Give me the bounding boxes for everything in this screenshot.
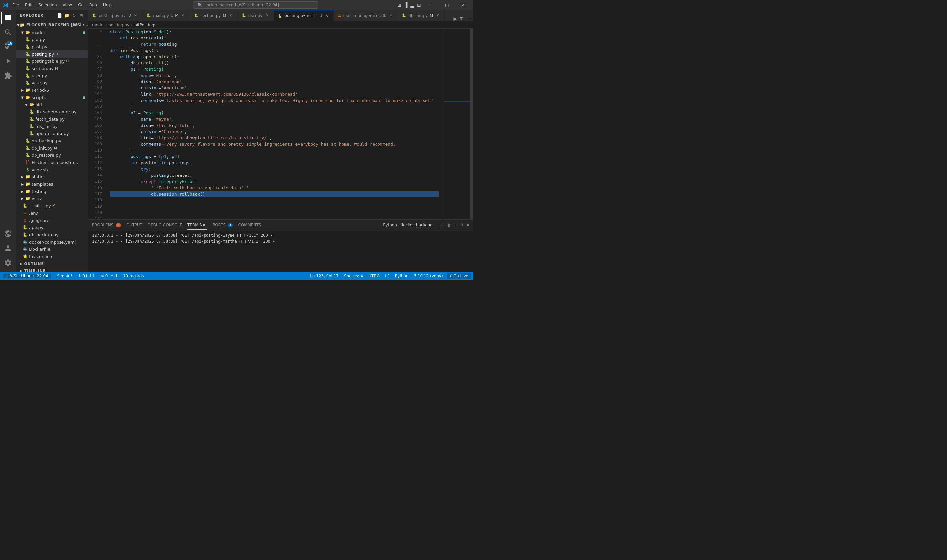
status-position[interactable]: Ln 123, Col 17 — [309, 274, 340, 278]
sidebar-item-dockerfile[interactable]: 🐳 Dockerfile — [16, 246, 88, 253]
status-records[interactable]: 10 records — [122, 274, 145, 278]
new-folder-button[interactable]: 📁 — [64, 13, 70, 19]
panel-tab-debug-console[interactable]: DEBUG CONSOLE — [148, 221, 182, 229]
sidebar-item-testing[interactable]: ▶ 📁 testing — [16, 188, 88, 195]
sidebar-item-docker-compose[interactable]: 🐳 docker-compose.yaml — [16, 238, 88, 246]
tab-close-button[interactable]: ✕ — [180, 13, 186, 18]
tab-close-button[interactable]: ✕ — [435, 13, 440, 18]
panel-tab-terminal[interactable]: TERMINAL — [188, 221, 208, 230]
sidebar-root[interactable]: ▼ 📁 FLOCKER_BACKEND [WSL:... — [16, 22, 88, 29]
maximize-button[interactable]: □ — [439, 0, 454, 10]
collapse-all-button[interactable]: ⊟ — [78, 13, 84, 19]
breadcrumb-function[interactable]: initPostings — [134, 23, 156, 27]
sidebar-item-posting[interactable]: 🐍 posting.py U — [16, 50, 88, 57]
sidebar-item-templates[interactable]: ▶ 📁 templates — [16, 180, 88, 188]
sidebar-item-old[interactable]: ▼ 📂 old — [16, 101, 88, 108]
sidebar-item-venv[interactable]: ▶ 📁 venv — [16, 195, 88, 202]
terminal-content[interactable]: 127.0.0.1 - - [29/Jan/2025 07:58:38] "GE… — [88, 231, 473, 272]
tab-user[interactable]: 🐍 user.py ✕ — [238, 10, 274, 22]
status-branch[interactable]: ⎇ main* — [54, 274, 74, 278]
split-terminal-button[interactable]: ⊞ — [441, 223, 445, 228]
sidebar-item-db-restore[interactable]: 🐍 db_restore.py — [16, 151, 88, 159]
tab-posting-api[interactable]: 🐍 posting.py api U ✕ — [88, 10, 142, 22]
sidebar-item-section[interactable]: 🐍 section.py M — [16, 65, 88, 72]
sidebar-item-vote[interactable]: 🐍 vote.py — [16, 79, 88, 86]
activity-source-control[interactable]: 16 — [1, 40, 14, 53]
outline-section-header[interactable]: ▶ OUTLINE — [16, 260, 88, 267]
panel-tab-problems[interactable]: PROBLEMS 1 — [92, 221, 121, 229]
sidebar-item-db-backup-root[interactable]: 🐍 db_backup.py — [16, 231, 88, 238]
tab-close-button[interactable]: ✕ — [388, 13, 394, 18]
search-bar[interactable]: 🔍 flocker_backend [WSL: Ubuntu-22.04] — [193, 1, 318, 9]
sidebar-item-user[interactable]: 🐍 user.py — [16, 72, 88, 79]
status-line-ending[interactable]: LF — [384, 274, 391, 278]
activity-run-debug[interactable] — [1, 55, 14, 68]
menu-file[interactable]: File — [10, 2, 22, 8]
sidebar-item-fetch-data[interactable]: 🐍 fetch_data.py — [16, 115, 88, 123]
status-spaces[interactable]: Spaces: 4 — [343, 274, 364, 278]
menu-help[interactable]: Help — [100, 2, 114, 8]
tab-user-management-db[interactable]: 🗃 user_management.db ✕ — [334, 10, 398, 22]
terminal-more-button[interactable]: ⋯ — [454, 223, 458, 228]
activity-extensions[interactable] — [1, 69, 14, 82]
sidebar-item-pfp[interactable]: 🐍 pfp.py — [16, 36, 88, 43]
sidebar-item-postingtable[interactable]: 🐍 postingtable.py U — [16, 57, 88, 65]
status-go-live[interactable]: ⚡ Go Live — [447, 273, 471, 279]
tab-close-button[interactable]: ✕ — [133, 13, 138, 18]
activity-search[interactable] — [1, 26, 14, 39]
sidebar-item-app[interactable]: 🐍 app.py — [16, 224, 88, 231]
sidebar-item-gitignore[interactable]: ⊗ .gitignore — [16, 217, 88, 224]
tab-section[interactable]: 🐍 section.py M ✕ — [190, 10, 238, 22]
close-panel-button[interactable]: ✕ — [466, 223, 470, 228]
sidebar-item-static[interactable]: ▶ 📁 static — [16, 173, 88, 180]
new-terminal-button[interactable]: + — [435, 223, 439, 228]
activity-remote[interactable] — [1, 227, 14, 240]
sidebar-item-init[interactable]: 🐍 __init__.py M — [16, 202, 88, 209]
sidebar-item-update-data[interactable]: 🐍 update_data.py — [16, 130, 88, 137]
sidebar-item-rds-init[interactable]: 🐍 rds_init.py — [16, 123, 88, 130]
tab-posting-model[interactable]: 🐍 posting.py model U ✕ — [274, 10, 333, 22]
sidebar-item-db-init-scripts[interactable]: 🐍 db_init.py M — [16, 144, 88, 151]
sidebar-item-env[interactable]: ⚙ .env — [16, 209, 88, 217]
menu-selection[interactable]: Selection — [36, 2, 59, 8]
menu-go[interactable]: Go — [75, 2, 86, 8]
panel-toggle-icon[interactable]: ▂ — [410, 2, 415, 8]
sidebar-item-model[interactable]: ▼ 📂 model ● — [16, 29, 88, 36]
new-file-button[interactable]: 📄 — [57, 13, 63, 19]
timeline-section-header[interactable]: ▶ TIMELINE — [16, 267, 88, 272]
activity-settings[interactable] — [1, 256, 14, 269]
status-python-version[interactable]: 3.10.12 (venv) — [412, 274, 444, 278]
status-sync[interactable]: ↕ 0↓ 1↑ — [77, 274, 97, 278]
vertical-scrollbar[interactable] — [470, 29, 473, 219]
sidebar-item-favicon[interactable]: ⭐ favicon.ico — [16, 253, 88, 260]
sidebar-item-db-schema[interactable]: 🐍 db_schema_xfer.py — [16, 108, 88, 115]
layout-icon[interactable]: ⊞ — [397, 2, 402, 8]
sidebar-item-scripts[interactable]: ▼ 📂 scripts ● — [16, 94, 88, 101]
sidebar-item-flocker-postman[interactable]: {} Flocker Local.postm... — [16, 159, 88, 166]
breadcrumb-model[interactable]: model — [92, 23, 104, 27]
status-remote[interactable]: ⊞ WSL: Ubuntu-22.04 — [3, 274, 51, 278]
run-code-button[interactable]: ▶ — [453, 16, 457, 22]
breadcrumb-file[interactable]: posting.py — [108, 23, 129, 27]
kill-terminal-button[interactable]: 🗑 — [447, 223, 451, 228]
sidebar-toggle-icon[interactable]: ▐ — [403, 2, 408, 8]
tab-close-button[interactable]: ✕ — [228, 13, 234, 18]
panel-tab-output[interactable]: OUTPUT — [126, 221, 142, 229]
minimize-button[interactable]: ─ — [423, 0, 438, 10]
layout-options-icon[interactable]: ⊟ — [416, 2, 422, 8]
tab-main[interactable]: 🐍 main.py 1 M ✕ — [142, 10, 190, 22]
sidebar-item-post[interactable]: 🐍 post.py — [16, 43, 88, 50]
activity-accounts[interactable] — [1, 242, 14, 255]
sidebar-item-db-backup-scripts[interactable]: 🐍 db_backup.py — [16, 137, 88, 144]
status-language[interactable]: Python — [394, 274, 410, 278]
tab-close-button[interactable]: ✕ — [264, 13, 269, 18]
close-button[interactable]: ✕ — [456, 0, 471, 10]
sidebar-item-period5[interactable]: ▶ 📁 Period-5 — [16, 86, 88, 94]
menu-run[interactable]: Run — [87, 2, 100, 8]
panel-tab-comments[interactable]: COMMENTS — [238, 221, 261, 229]
status-errors[interactable]: ⊗ 0 ⚠ 1 — [99, 274, 119, 278]
code-text[interactable]: class Posting(db.Model): def restore(dat… — [105, 29, 444, 219]
status-encoding[interactable]: UTF-8 — [367, 274, 381, 278]
tab-close-button[interactable]: ✕ — [324, 13, 330, 18]
sidebar-item-venv-sh[interactable]: $ venv.sh — [16, 166, 88, 173]
